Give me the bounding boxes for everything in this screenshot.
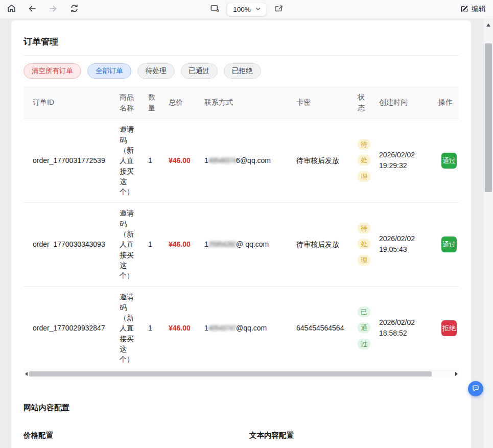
contact-masked: 40543747: [208, 324, 236, 332]
device-toolbar-button[interactable]: 0: [210, 5, 219, 14]
card-key-cell: 待审核后发放: [292, 119, 354, 202]
approve-button[interactable]: 通过: [441, 153, 457, 169]
refresh-button[interactable]: [69, 5, 79, 14]
edit-button[interactable]: 编辑: [460, 5, 486, 14]
col-created: 创建时间: [375, 87, 434, 119]
card-key-cell: 待审核后发放: [292, 202, 354, 286]
reject-button[interactable]: 拒绝: [441, 320, 457, 337]
quantity-cell: 1: [144, 119, 165, 202]
monitor-external-icon: [273, 4, 284, 15]
filter-pending[interactable]: 待处理: [137, 63, 175, 79]
quantity-cell: 1: [144, 286, 165, 370]
table-header-row: 订单ID 商品名称 数量 总价 联系方式 卡密 状态 创建时间 操作: [24, 87, 459, 119]
contact-suffix: @ qq.com: [236, 240, 269, 248]
contact-cell: 140543747@qq.com: [200, 286, 292, 370]
total-price-cell: ¥46.00: [165, 119, 200, 202]
col-status: 状态: [354, 87, 375, 119]
toolbar-nav-group: [0, 5, 79, 14]
scroll-right-arrow[interactable]: [454, 370, 459, 378]
col-product: 商品名称: [115, 87, 144, 119]
table-row: order_1770030343093 邀请码（新人直接买这个） 1 ¥46.0…: [24, 202, 459, 286]
main-content-card: 订单管理 清空所有订单 全部订单 待处理 已通过 已拒绝 订单ID 商品名称 数…: [11, 20, 471, 448]
filter-rejected[interactable]: 已拒绝: [224, 63, 261, 79]
vertical-scrollbar: [484, 19, 493, 448]
scroll-up-arrow[interactable]: [486, 23, 490, 27]
home-button[interactable]: [7, 5, 16, 14]
horizontal-scrollbar: [24, 370, 459, 378]
horizontal-scrollbar-thumb[interactable]: [29, 371, 432, 376]
page-title: 订单管理: [24, 20, 459, 48]
status-cell: 已通过: [354, 286, 375, 370]
status-badge: 待处理: [358, 139, 370, 182]
vertical-scrollbar-thumb[interactable]: [485, 43, 492, 192]
filter-all-orders[interactable]: 全部订单: [87, 63, 131, 79]
chevron-down-icon: [255, 6, 261, 13]
contact-cell: 125954282@ qq.com: [200, 202, 292, 286]
contact-suffix: 6@qq.com: [236, 156, 271, 164]
toolbar-right-group: 编辑: [460, 5, 493, 14]
card-key-cell: 645454564564: [292, 286, 354, 370]
forward-button[interactable]: [49, 5, 58, 14]
refresh-icon: [69, 4, 79, 15]
contact-masked: 49548374: [208, 156, 236, 164]
chat-fab-button[interactable]: [468, 381, 483, 396]
created-cell: 2026/02/02 18:58:52: [375, 286, 434, 370]
total-price-cell: ¥46.00: [165, 286, 200, 370]
col-card-key: 卡密: [292, 87, 354, 119]
col-total: 总价: [165, 87, 200, 119]
open-external-button[interactable]: [274, 5, 283, 14]
contact-cell: 1495483746@qq.com: [200, 119, 292, 202]
col-quantity: 数量: [144, 87, 165, 119]
contact-suffix: @qq.com: [236, 324, 267, 332]
contact-prefix: 1: [204, 324, 208, 332]
order-id-cell: order_1770030343093: [24, 202, 115, 286]
contact-prefix: 1: [204, 240, 208, 248]
orders-table: 订单ID 商品名称 数量 总价 联系方式 卡密 状态 创建时间 操作 order…: [24, 87, 459, 370]
action-cell: 拒绝: [434, 286, 459, 370]
toolbar-center-group: 0 100%: [210, 0, 283, 18]
scroll-left-arrow[interactable]: [24, 370, 29, 378]
zoom-value: 100%: [233, 6, 251, 13]
product-cell: 邀请码（新人直接买这个）: [115, 202, 144, 286]
back-arrow-icon: [28, 4, 37, 15]
price-config-column: 价格配置: [24, 431, 249, 440]
status-badge: 已通过: [358, 306, 370, 350]
approve-button[interactable]: 通过: [441, 237, 457, 253]
created-cell: 2026/02/02 19:29:32: [375, 119, 434, 202]
contact-masked: 25954282: [208, 240, 236, 248]
filter-approved[interactable]: 已通过: [181, 63, 218, 79]
order-id-cell: order_1770029932847: [24, 286, 115, 370]
chat-bubble-icon: [472, 384, 480, 394]
text-config-title: 文本内容配置: [249, 431, 294, 440]
table-row: order_1770029932847 邀请码（新人直接买这个） 1 ¥46.0…: [24, 286, 459, 370]
status-badge: 待处理: [358, 223, 370, 266]
status-cell: 待处理: [354, 119, 375, 202]
col-action: 操作: [434, 87, 459, 119]
back-button[interactable]: [28, 5, 37, 14]
col-order-id: 订单ID: [24, 87, 115, 119]
edit-label: 编辑: [472, 5, 486, 14]
zoom-dropdown[interactable]: 100%: [226, 3, 267, 16]
action-cell: 通过: [434, 202, 459, 286]
device-count-label: 0: [216, 8, 219, 13]
product-cell: 邀请码（新人直接买这个）: [115, 119, 144, 202]
title-divider: [24, 55, 459, 56]
order-id-cell: order_1770031772539: [24, 119, 115, 202]
home-icon: [7, 4, 16, 15]
created-cell: 2026/02/02 19:05:43: [375, 202, 434, 286]
clear-all-orders-button[interactable]: 清空所有订单: [24, 63, 81, 79]
table-row: order_1770031772539 邀请码（新人直接买这个） 1 ¥46.0…: [24, 119, 459, 202]
status-cell: 待处理: [354, 202, 375, 286]
triangle-right-icon: [455, 372, 458, 376]
product-cell: 邀请码（新人直接买这个）: [115, 286, 144, 370]
triangle-left-icon: [25, 372, 28, 376]
forward-arrow-icon: [49, 4, 58, 15]
orders-table-viewport: 订单ID 商品名称 数量 总价 联系方式 卡密 状态 创建时间 操作 order…: [24, 87, 459, 370]
price-config-title: 价格配置: [24, 431, 249, 440]
contact-prefix: 1: [204, 156, 208, 164]
action-cell: 通过: [434, 119, 459, 202]
total-price-cell: ¥46.00: [165, 202, 200, 286]
quantity-cell: 1: [144, 202, 165, 286]
col-contact: 联系方式: [200, 87, 292, 119]
device-toolbar-icon: 0: [209, 4, 220, 15]
